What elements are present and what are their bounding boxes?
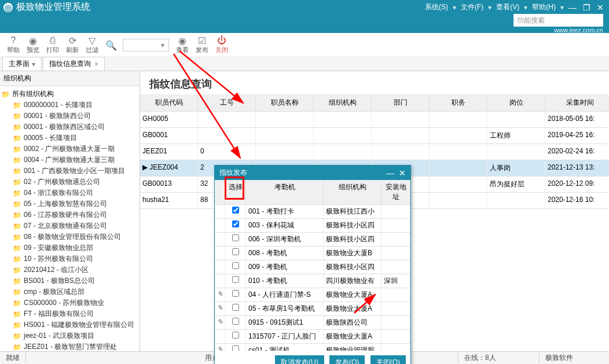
row-checkbox[interactable] [232, 248, 239, 255]
row-checkbox[interactable] [232, 290, 239, 297]
col-code[interactable]: 职员代码 [140, 94, 198, 111]
dialog-row[interactable]: ✎0915 - 0915测试1极致陕西公司 [215, 316, 410, 330]
tree-item[interactable]: 📁CS000000 - 苏州极致物业 [1, 297, 140, 308]
tree-item[interactable]: 📁00001 - 极致陕西公司 [1, 111, 140, 122]
dialog-row[interactable]: 010 - 考勤机四川极致物业有深圳 [215, 274, 410, 288]
btn-publish[interactable]: 发布(O) [329, 355, 365, 364]
mcol-sel[interactable]: 选择 [225, 180, 246, 204]
dialog-row[interactable]: 009 - 考勤机极致科技小区四 [215, 260, 410, 274]
table-row[interactable]: GB0001工程师2019-04-25 16:普通 [140, 128, 609, 144]
tool-print[interactable]: ⎙打印 [46, 35, 59, 54]
tree-item[interactable]: 📁HS001 - 福建极致物业管理有限公司 [1, 319, 140, 330]
tree-item[interactable]: 📁06 - 江苏极致硬件有限公司 [1, 209, 140, 220]
tool-help[interactable]: ?帮助 [7, 35, 20, 54]
tree-item[interactable]: 📁07 - 北京极致物通有限公司 [1, 220, 140, 231]
mcol-org[interactable]: 组织机构 [324, 180, 381, 204]
dialog-row[interactable]: 006 - 深圳考勤机极致科技小区四 [215, 233, 410, 247]
row-checkbox[interactable] [232, 262, 239, 269]
col-pos[interactable]: 职务 [430, 94, 487, 111]
folder-icon: 📁 [13, 266, 21, 274]
btn-close[interactable]: 关闭(O) [370, 355, 406, 364]
col-fill[interactable]: 工号 [198, 94, 256, 111]
tool-publish[interactable]: ☑发布 [196, 35, 208, 54]
tool-refresh[interactable]: ⟳刷新 [66, 35, 79, 54]
dialog-row[interactable]: 001 - 考勤打卡极致科技江西小 [215, 205, 410, 219]
tree-item[interactable]: 📁10 - 苏州极致有限公司 [1, 253, 140, 264]
row-checkbox[interactable] [232, 220, 239, 227]
tab-fingerprint-query[interactable]: 指纹信息查询× [43, 57, 105, 71]
menu-help[interactable]: 帮助(H) [532, 2, 556, 12]
tool-filter[interactable]: ▽过滤 [86, 35, 98, 54]
folder-icon: 📁 [13, 123, 21, 131]
row-checkbox[interactable] [232, 234, 239, 241]
tree-item[interactable]: 📁20210412 - 临江小区 [1, 264, 140, 275]
table-row[interactable]: JEEZ0102020-02-24 16:普通 [140, 144, 609, 160]
tree-item[interactable]: 📁00001 - 极致陕西区域公司 [1, 122, 140, 133]
menu-system[interactable]: 系统(S) [425, 2, 448, 12]
tree-item[interactable]: 📁cmp - 极致区域总部 [1, 286, 140, 297]
col-name[interactable]: 职员名称 [256, 94, 314, 111]
row-checkbox[interactable] [232, 332, 239, 339]
row-checkbox[interactable] [232, 276, 239, 283]
tree-item[interactable]: 📁FT - 福田极致有限公司 [1, 308, 140, 319]
status-online: 8人 [485, 354, 496, 362]
win-close[interactable]: ✕ [595, 3, 606, 12]
tree-item[interactable]: 📁001 - 广西极致物业小区一期项目 [1, 166, 140, 177]
tree-item[interactable]: 📁jeez-01 - 武汉极致项目 [1, 330, 140, 341]
row-checkbox[interactable] [232, 207, 239, 214]
folder-icon: 📁 [13, 211, 21, 219]
dialog-close-icon[interactable]: ✕ [399, 168, 406, 178]
tree-item[interactable]: 📁08 - 极致物业管理股份有限公司 [1, 231, 140, 242]
tree-root[interactable]: 📁 所有组织机构 [1, 89, 140, 100]
dialog-row[interactable]: 003 - 保利花城极致科技小区四 [215, 219, 410, 233]
tab-main[interactable]: 主界面▾ [2, 57, 42, 71]
tree-item[interactable]: 📁04 - 浙江极致有限公司 [1, 187, 140, 198]
dialog-row[interactable]: ✎04 - 人行通道门禁-S极致物业大厦A [215, 288, 410, 302]
col-post[interactable]: 岗位 [487, 94, 545, 111]
tree-item[interactable]: 📁05 - 上海极致智慧有限公司 [1, 198, 140, 209]
row-checkbox[interactable] [232, 345, 239, 351]
menu-file[interactable]: 文件(F) [461, 2, 483, 12]
tree-item[interactable]: 📁09 - 安徽极致物业总部 [1, 242, 140, 253]
toolbar: ?帮助 ◉预览 ⎙打印 ⟳刷新 ▽过滤 🔍 ▾ ◉查看 ☑发布 ⏻关闭 [0, 33, 609, 57]
tree-item[interactable]: 📁JEEZ01 - 极致智慧门禁管理处 [1, 341, 140, 351]
folder-icon: 📁 [13, 112, 21, 120]
win-min[interactable]: — [567, 3, 578, 12]
col-time[interactable]: 采集时间 [545, 94, 609, 111]
col-org[interactable]: 组织机构 [314, 94, 372, 111]
dialog-row[interactable]: ✎05 - 布草房1号考勤机极致物业大厦A [215, 302, 410, 316]
table-row[interactable]: GH00052018-05-05 16:普通 [140, 112, 609, 128]
win-max[interactable]: ❐ [581, 3, 592, 12]
folder-icon: 📁 [13, 288, 21, 296]
org-tree[interactable]: 📁 所有组织机构 📁000000001 - 长隆项目📁00001 - 极致陕西公… [0, 86, 140, 351]
dialog-row[interactable]: ✎cs01 - 测试机极致物业管理股 [215, 344, 410, 351]
edit-icon [215, 260, 225, 274]
function-search[interactable]: 功能搜索 [513, 14, 603, 27]
edit-icon [215, 274, 225, 288]
tool-search-icon[interactable]: 🔍 [105, 40, 117, 50]
dialog-titlebar[interactable]: 指纹发布 — ✕ [215, 166, 410, 180]
tree-item[interactable]: 📁000000001 - 长隆项目 [1, 100, 140, 111]
tree-item[interactable]: 📁02 - 广州极致物通总公司 [1, 177, 140, 187]
tree-item[interactable]: 📁00005 - 长隆项目 [1, 133, 140, 144]
mcol-addr[interactable]: 安装地址 [381, 180, 410, 204]
folder-icon: 📁 [13, 255, 21, 263]
tool-preview[interactable]: ◉预览 [27, 35, 39, 54]
edit-icon [215, 205, 225, 218]
row-checkbox[interactable] [232, 318, 239, 325]
tool-view[interactable]: ◉查看 [176, 35, 189, 54]
tool-close[interactable]: ⏻关闭 [215, 35, 228, 54]
menu-view[interactable]: 查看(V) [496, 2, 519, 12]
tab-close-icon[interactable]: × [94, 60, 98, 68]
col-dept[interactable]: 部门 [372, 94, 430, 111]
row-checkbox[interactable] [232, 304, 239, 311]
folder-icon: 📁 [13, 332, 21, 340]
dialog-min-icon[interactable]: — [386, 168, 394, 178]
tree-item[interactable]: 📁0002 - 广州极致物通大厦一期 [1, 144, 140, 155]
btn-unpublish[interactable]: 取消发布(U) [275, 355, 324, 364]
tree-item[interactable]: 📁0004 - 广州极致物通大厦三期 [1, 155, 140, 166]
dialog-row[interactable]: 1315707 - 正门人脸门极致物业大厦A [215, 330, 410, 344]
tree-item[interactable]: 📁BS001 - 极致BS总公司 [1, 275, 140, 286]
dialog-row[interactable]: 008 - 考勤机极致物业大厦B [215, 247, 410, 260]
mcol-dev[interactable]: 考勤机 [246, 180, 324, 204]
